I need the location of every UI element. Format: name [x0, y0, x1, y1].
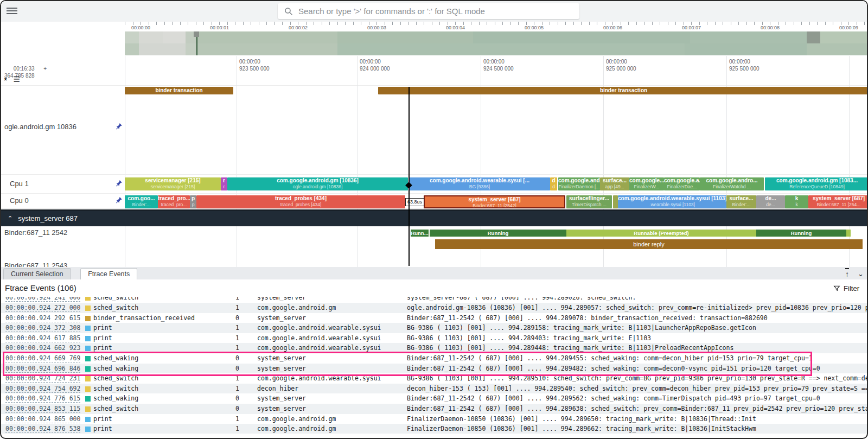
timeline-minimap[interactable] — [125, 31, 868, 55]
cpu-slice[interactable]: system_server [687]Binder:687_11 [2542] — [424, 195, 565, 208]
event-name: sched_switch — [93, 374, 138, 382]
table-row[interactable]: 00:00:00.924 292 615binder_transaction_r… — [1, 313, 868, 323]
collapse-tracks-icon[interactable]: ⌄⌃ — [3, 75, 8, 83]
args-cell: BG-9386 ( 1103) [001] .... 994.289510: s… — [407, 374, 868, 382]
table-row[interactable]: 00:00:00.924 372 308print1com.google.and… — [1, 323, 868, 333]
table-row[interactable]: 00:00:00.924 853 115sched_switch0system_… — [1, 404, 868, 414]
cpu-slice[interactable]: com.google.a...FinalizerDae... — [664, 177, 700, 190]
viewport-tick-label: 00:00:00925 500 000 — [729, 58, 760, 72]
cpu-slice[interactable]: com.google.android.wearable.sysui [...BG… — [409, 177, 550, 190]
table-row[interactable]: 00:00:00.924 617 885print1com.google.and… — [1, 333, 868, 343]
timestamp-link[interactable]: 00:00:00.924 696 846 — [5, 365, 80, 373]
table-row[interactable]: 00:00:00.924 272 000sched_switch1com.goo… — [1, 303, 868, 313]
args-cell: system_server-687 ( 687) [000] .... 994.… — [407, 297, 868, 301]
group-header-label: system_server 687 — [18, 214, 78, 222]
timestamp-link[interactable]: 00:00:00.924 662 923 — [5, 344, 80, 352]
cpu-slice[interactable]: com.google.andro...FinalizerWatchd ... — [700, 177, 764, 190]
cpu-slice[interactable]: system_server [687]Binder:687_11 [254... — [808, 195, 868, 208]
timestamp-link[interactable]: 00:00:00.924 617 885 — [5, 334, 80, 342]
menu-icon[interactable] — [7, 8, 17, 15]
cpu-slice[interactable]: pp — [190, 195, 196, 208]
table-row[interactable]: 00:00:00.924 754 692sched_switch1decon_h… — [1, 384, 868, 394]
timestamp-link[interactable]: 00:00:00.924 272 000 — [5, 304, 80, 312]
event-name: sched_switch — [93, 297, 138, 301]
cpu-slice[interactable]: surface...app [49... — [600, 177, 629, 190]
timestamp-link[interactable]: 00:00:00.924 776 615 — [5, 395, 80, 403]
cpu-slice[interactable]: com.google...FinalizerW... — [629, 177, 664, 190]
overview-tick-label: 00:00:07 — [682, 25, 701, 30]
cpu-slice[interactable]: dd — [550, 177, 557, 190]
async-slice[interactable]: binder transaction — [125, 87, 233, 94]
table-row[interactable]: 00:00:00.924 876 538print1com.google.and… — [1, 424, 868, 434]
pin-icon[interactable] — [116, 196, 123, 203]
table-row[interactable]: 00:00:00.924 662 923print1com.google.and… — [1, 343, 868, 353]
overview-tick-label: 00:00:00 — [131, 25, 150, 30]
timestamp-link[interactable]: 00:00:00.924 724 231 — [5, 374, 80, 383]
process-cell: system_server — [257, 297, 306, 301]
viewport-tick-label: 00:00:00924 000 000 — [360, 58, 390, 72]
binder-reply-slice[interactable]: binder reply — [435, 239, 863, 249]
args-cell: Binder:687_11-2542 ( 687) [000] .... 994… — [407, 354, 868, 362]
minimap-segment — [139, 31, 163, 43]
cpu-slice[interactable]: servicemanager [215]servicemanager [215] — [125, 177, 221, 190]
minimap-segment — [186, 43, 197, 55]
process-cell: system_server — [257, 405, 306, 412]
minimap-segment — [685, 43, 807, 55]
event-color-swatch — [85, 316, 91, 321]
event-color-swatch — [85, 366, 91, 372]
minimap-segment — [139, 43, 186, 55]
cpu-slice[interactable]: com.google.android.wearable.sysui [1103]… — [618, 195, 726, 208]
cpu-slice[interactable]: com.google.androi...FinalizerDaemon [... — [558, 177, 600, 190]
table-row[interactable]: 00:00:00.924 776 615sched_waking0system_… — [1, 393, 868, 404]
thread-state-slice[interactable]: Running — [756, 230, 846, 237]
timestamp-link[interactable]: 00:00:00.924 853 115 — [5, 405, 80, 413]
chevron-down-icon[interactable]: ⌄ — [858, 270, 864, 278]
table-row[interactable]: 00:00:00.924 696 846sched_waking0system_… — [1, 364, 868, 374]
cpu1-row: Cpu 1 servicemanager [215]servicemanager… — [1, 174, 868, 194]
thread-state-track: Runn...RunningRunnable (Preempted)Runnin… — [1, 230, 868, 237]
thread-state-slice[interactable]: Runn... — [411, 230, 429, 237]
timestamp-link[interactable]: 00:00:00.924 876 538 — [5, 425, 80, 433]
table-row[interactable]: 00:00:00.924 724 231sched_switch1com.goo… — [1, 373, 868, 384]
timestamp-link[interactable]: 00:00:00.924 669 769 — [5, 354, 80, 362]
cpu-slice[interactable]: kk — [785, 195, 808, 208]
cpu-slice[interactable]: surface...Binder:... — [726, 195, 756, 208]
timestamp-link[interactable]: 00:00:00.924 754 692 — [5, 385, 80, 393]
track-list-icon[interactable]: ☰ — [13, 75, 20, 83]
thread-state-slice[interactable] — [846, 230, 851, 237]
thread-state-slice[interactable]: Runnable (Preempted) — [566, 230, 756, 237]
cpu-slice[interactable]: com.google.android.gm [10836]ogle.androi… — [227, 177, 408, 190]
cpu-slice[interactable]: surfaceflinger...TimerDispatch ... — [566, 195, 612, 208]
cpu-slice[interactable]: traced_pro...traced_pro... — [158, 195, 190, 208]
cpu-slice[interactable]: traced_probes [434]traced_probes [434] — [196, 195, 405, 208]
table-row[interactable]: 00:00:00.924 669 769sched_waking0system_… — [1, 353, 868, 364]
thread-state-slice[interactable]: Running — [430, 230, 566, 237]
timestamp-link[interactable]: 00:00:00.924 372 308 — [5, 324, 80, 332]
table-row[interactable]: 00:00:00.924 865 000print1com.google.and… — [1, 414, 868, 424]
process-cell: com.google.android.gm — [257, 304, 336, 311]
search-input[interactable]: Search or type '>' for commands or ':' f… — [278, 3, 579, 19]
filter-button[interactable]: Filter — [833, 284, 859, 292]
overview-tick-label: 00:00:09 — [839, 25, 858, 30]
chevron-up-icon: ⌃ — [8, 215, 12, 222]
pin-icon[interactable] — [116, 123, 123, 130]
cpu-slice[interactable]: com.google.android.gm [1083...ReferenceQ… — [765, 177, 868, 190]
async-slice[interactable]: binder transaction — [378, 87, 868, 94]
table-row[interactable]: 00:00:00.924 241 000sched_switch1system_… — [1, 297, 868, 303]
tab-ftrace-events[interactable]: Ftrace Events — [80, 268, 137, 281]
tab-current-selection[interactable]: Current Selection — [3, 268, 71, 280]
pin-icon[interactable] — [116, 180, 123, 187]
cpu-slice[interactable]: com.goo...Binder:... — [125, 195, 158, 208]
timestamp-link[interactable]: 00:00:00.924 292 615 — [5, 314, 80, 322]
event-name: print — [93, 334, 112, 342]
expand-panel-icon[interactable]: ↑ — [845, 268, 849, 279]
cpu-slice[interactable]: de...de... — [756, 195, 785, 208]
process-cell: com.google.android.gm — [257, 425, 336, 432]
timestamp-link[interactable]: 00:00:00.924 241 000 — [5, 297, 80, 302]
process-group-header[interactable]: ⌃ system_server 687 — [1, 209, 868, 226]
timestamp-link[interactable]: 00:00:00.924 865 000 — [5, 415, 80, 423]
cpu-slice[interactable]: rr — [221, 177, 227, 190]
args-cell: BG-9386 ( 1103) [001] .... 994.289448: t… — [407, 344, 868, 352]
cpu-slice[interactable] — [613, 195, 618, 208]
cpu-cell: 0 — [235, 314, 239, 322]
